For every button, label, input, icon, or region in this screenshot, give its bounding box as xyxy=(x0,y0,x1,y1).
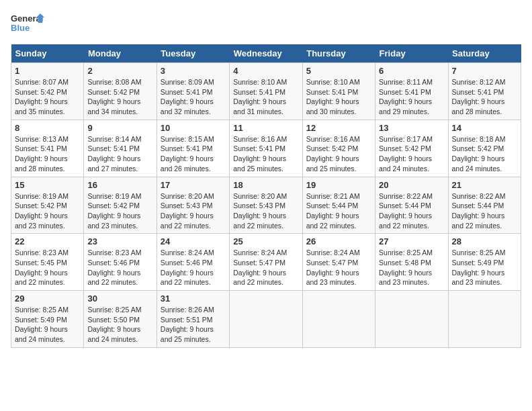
table-row: 31 Sunrise: 8:26 AMSunset: 5:51 PMDaylig… xyxy=(157,291,229,348)
day-info: Sunrise: 8:24 AMSunset: 5:47 PMDaylight:… xyxy=(306,248,371,287)
day-number: 11 xyxy=(233,123,298,133)
table-row: 28 Sunrise: 8:25 AMSunset: 5:49 PMDaylig… xyxy=(448,234,521,291)
day-info: Sunrise: 8:21 AMSunset: 5:44 PMDaylight:… xyxy=(306,191,371,231)
table-row: 18 Sunrise: 8:20 AMSunset: 5:43 PMDaylig… xyxy=(230,177,302,234)
table-row: 23 Sunrise: 8:23 AMSunset: 5:46 PMDaylig… xyxy=(84,234,157,291)
day-number: 6 xyxy=(379,66,444,76)
day-info: Sunrise: 8:16 AMSunset: 5:41 PMDaylight:… xyxy=(233,134,298,174)
table-row: 14 Sunrise: 8:18 AMSunset: 5:42 PMDaylig… xyxy=(448,120,521,177)
day-number: 20 xyxy=(379,180,444,190)
day-info: Sunrise: 8:24 AMSunset: 5:46 PMDaylight:… xyxy=(161,248,226,287)
col-header-saturday: Saturday xyxy=(448,44,521,63)
table-row: 2 Sunrise: 8:08 AMSunset: 5:42 PMDayligh… xyxy=(84,63,157,120)
day-info: Sunrise: 8:19 AMSunset: 5:42 PMDaylight:… xyxy=(87,191,152,231)
table-row: 13 Sunrise: 8:17 AMSunset: 5:42 PMDaylig… xyxy=(375,120,448,177)
day-number: 19 xyxy=(306,180,371,190)
day-number: 10 xyxy=(161,123,226,133)
table-row: 26 Sunrise: 8:24 AMSunset: 5:47 PMDaylig… xyxy=(302,234,375,291)
day-info: Sunrise: 8:11 AMSunset: 5:41 PMDaylight:… xyxy=(379,77,444,117)
day-number: 18 xyxy=(233,180,298,190)
day-info: Sunrise: 8:18 AMSunset: 5:42 PMDaylight:… xyxy=(452,134,517,174)
day-info: Sunrise: 8:12 AMSunset: 5:41 PMDaylight:… xyxy=(452,77,517,117)
day-info: Sunrise: 8:22 AMSunset: 5:44 PMDaylight:… xyxy=(452,191,517,231)
table-row: 21 Sunrise: 8:22 AMSunset: 5:44 PMDaylig… xyxy=(448,177,521,234)
day-number: 7 xyxy=(452,66,517,76)
day-info: Sunrise: 8:09 AMSunset: 5:41 PMDaylight:… xyxy=(161,77,226,117)
table-row: 20 Sunrise: 8:22 AMSunset: 5:44 PMDaylig… xyxy=(375,177,448,234)
table-row: 30 Sunrise: 8:25 AMSunset: 5:50 PMDaylig… xyxy=(84,291,157,348)
table-row xyxy=(448,291,521,348)
table-row: 12 Sunrise: 8:16 AMSunset: 5:42 PMDaylig… xyxy=(302,120,375,177)
table-row: 19 Sunrise: 8:21 AMSunset: 5:44 PMDaylig… xyxy=(302,177,375,234)
day-info: Sunrise: 8:10 AMSunset: 5:41 PMDaylight:… xyxy=(233,77,298,117)
svg-text:Blue: Blue xyxy=(11,23,30,33)
table-row: 1 Sunrise: 8:07 AMSunset: 5:42 PMDayligh… xyxy=(11,63,84,120)
day-info: Sunrise: 8:25 AMSunset: 5:50 PMDaylight:… xyxy=(87,305,152,345)
day-info: Sunrise: 8:14 AMSunset: 5:41 PMDaylight:… xyxy=(87,134,152,174)
day-info: Sunrise: 8:20 AMSunset: 5:43 PMDaylight:… xyxy=(161,191,226,231)
day-number: 4 xyxy=(233,66,298,76)
col-header-friday: Friday xyxy=(375,44,448,63)
day-info: Sunrise: 8:22 AMSunset: 5:44 PMDaylight:… xyxy=(379,191,444,231)
day-number: 17 xyxy=(161,180,226,190)
logo: General Blue xyxy=(11,11,44,39)
table-row: 15 Sunrise: 8:19 AMSunset: 5:42 PMDaylig… xyxy=(11,177,84,234)
day-info: Sunrise: 8:25 AMSunset: 5:49 PMDaylight:… xyxy=(15,305,80,345)
table-row: 5 Sunrise: 8:10 AMSunset: 5:41 PMDayligh… xyxy=(302,63,375,120)
day-info: Sunrise: 8:16 AMSunset: 5:42 PMDaylight:… xyxy=(306,134,371,174)
table-row: 6 Sunrise: 8:11 AMSunset: 5:41 PMDayligh… xyxy=(375,63,448,120)
col-header-monday: Monday xyxy=(84,44,157,63)
day-info: Sunrise: 8:15 AMSunset: 5:41 PMDaylight:… xyxy=(161,134,226,174)
col-header-thursday: Thursday xyxy=(302,44,375,63)
day-number: 12 xyxy=(306,123,371,133)
table-row: 27 Sunrise: 8:25 AMSunset: 5:48 PMDaylig… xyxy=(375,234,448,291)
day-info: Sunrise: 8:25 AMSunset: 5:48 PMDaylight:… xyxy=(379,248,444,287)
day-number: 5 xyxy=(306,66,371,76)
table-row: 3 Sunrise: 8:09 AMSunset: 5:41 PMDayligh… xyxy=(157,63,229,120)
day-number: 29 xyxy=(15,293,80,304)
table-row: 25 Sunrise: 8:24 AMSunset: 5:47 PMDaylig… xyxy=(230,234,302,291)
day-info: Sunrise: 8:25 AMSunset: 5:49 PMDaylight:… xyxy=(452,248,517,287)
day-info: Sunrise: 8:17 AMSunset: 5:42 PMDaylight:… xyxy=(379,134,444,174)
table-row: 17 Sunrise: 8:20 AMSunset: 5:43 PMDaylig… xyxy=(157,177,229,234)
table-row: 9 Sunrise: 8:14 AMSunset: 5:41 PMDayligh… xyxy=(84,120,157,177)
day-number: 26 xyxy=(306,236,371,246)
table-row xyxy=(230,291,302,348)
table-row: 10 Sunrise: 8:15 AMSunset: 5:41 PMDaylig… xyxy=(157,120,229,177)
day-number: 1 xyxy=(15,66,80,76)
table-row: 8 Sunrise: 8:13 AMSunset: 5:41 PMDayligh… xyxy=(11,120,84,177)
day-info: Sunrise: 8:23 AMSunset: 5:46 PMDaylight:… xyxy=(87,248,152,287)
day-info: Sunrise: 8:23 AMSunset: 5:45 PMDaylight:… xyxy=(15,248,80,287)
table-row: 4 Sunrise: 8:10 AMSunset: 5:41 PMDayligh… xyxy=(230,63,302,120)
table-row: 24 Sunrise: 8:24 AMSunset: 5:46 PMDaylig… xyxy=(157,234,229,291)
day-info: Sunrise: 8:07 AMSunset: 5:42 PMDaylight:… xyxy=(15,77,80,117)
table-row: 16 Sunrise: 8:19 AMSunset: 5:42 PMDaylig… xyxy=(84,177,157,234)
day-number: 23 xyxy=(87,236,152,246)
day-number: 28 xyxy=(452,236,517,246)
col-header-tuesday: Tuesday xyxy=(157,44,229,63)
col-header-sunday: Sunday xyxy=(11,44,84,63)
day-number: 2 xyxy=(87,66,152,76)
day-number: 3 xyxy=(161,66,226,76)
day-number: 24 xyxy=(161,236,226,246)
day-number: 31 xyxy=(161,293,226,304)
day-info: Sunrise: 8:24 AMSunset: 5:47 PMDaylight:… xyxy=(233,248,298,287)
day-number: 16 xyxy=(87,180,152,190)
table-row: 11 Sunrise: 8:16 AMSunset: 5:41 PMDaylig… xyxy=(230,120,302,177)
day-info: Sunrise: 8:13 AMSunset: 5:41 PMDaylight:… xyxy=(15,134,80,174)
day-number: 9 xyxy=(87,123,152,133)
day-info: Sunrise: 8:20 AMSunset: 5:43 PMDaylight:… xyxy=(233,191,298,231)
day-info: Sunrise: 8:26 AMSunset: 5:51 PMDaylight:… xyxy=(161,305,226,345)
table-row xyxy=(375,291,448,348)
calendar-table: SundayMondayTuesdayWednesdayThursdayFrid… xyxy=(11,44,521,348)
table-row xyxy=(302,291,375,348)
day-number: 15 xyxy=(15,180,80,190)
day-number: 30 xyxy=(87,293,152,304)
day-number: 27 xyxy=(379,236,444,246)
day-number: 22 xyxy=(15,236,80,246)
table-row: 29 Sunrise: 8:25 AMSunset: 5:49 PMDaylig… xyxy=(11,291,84,348)
day-info: Sunrise: 8:10 AMSunset: 5:41 PMDaylight:… xyxy=(306,77,371,117)
table-row: 7 Sunrise: 8:12 AMSunset: 5:41 PMDayligh… xyxy=(448,63,521,120)
day-number: 8 xyxy=(15,123,80,133)
day-number: 21 xyxy=(452,180,517,190)
